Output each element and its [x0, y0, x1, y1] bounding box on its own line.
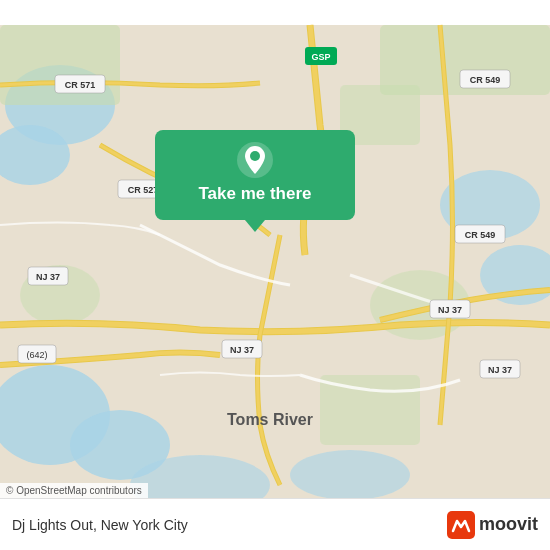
svg-text:NJ 37: NJ 37 — [488, 365, 512, 375]
svg-text:NJ 37: NJ 37 — [438, 305, 462, 315]
copyright-bar: © OpenStreetMap contributors — [0, 483, 148, 498]
svg-text:CR 549: CR 549 — [465, 230, 496, 240]
svg-text:CR 571: CR 571 — [65, 80, 96, 90]
svg-text:NJ 37: NJ 37 — [36, 272, 60, 282]
moovit-logo: moovit — [447, 511, 538, 539]
moovit-icon — [447, 511, 475, 539]
moovit-text: moovit — [479, 514, 538, 535]
bottom-bar: Dj Lights Out, New York City moovit — [0, 498, 550, 550]
copyright-text: © OpenStreetMap contributors — [6, 485, 142, 496]
take-me-there-label: Take me there — [198, 184, 311, 204]
take-me-there-popup[interactable]: Take me there — [155, 130, 355, 220]
location-pin-icon — [237, 142, 273, 178]
location-name: Dj Lights Out, New York City — [12, 517, 188, 533]
svg-text:(642): (642) — [26, 350, 47, 360]
svg-text:CR 527: CR 527 — [128, 185, 159, 195]
svg-text:CR 549: CR 549 — [470, 75, 501, 85]
svg-text:NJ 37: NJ 37 — [230, 345, 254, 355]
svg-text:Toms River: Toms River — [227, 411, 313, 428]
svg-text:GSP: GSP — [311, 52, 330, 62]
svg-point-37 — [250, 151, 260, 161]
map-container[interactable]: CR 571 GSP CR 549 CR 527 NJ 37 CR 549 NJ… — [0, 0, 550, 550]
svg-point-8 — [290, 450, 410, 500]
